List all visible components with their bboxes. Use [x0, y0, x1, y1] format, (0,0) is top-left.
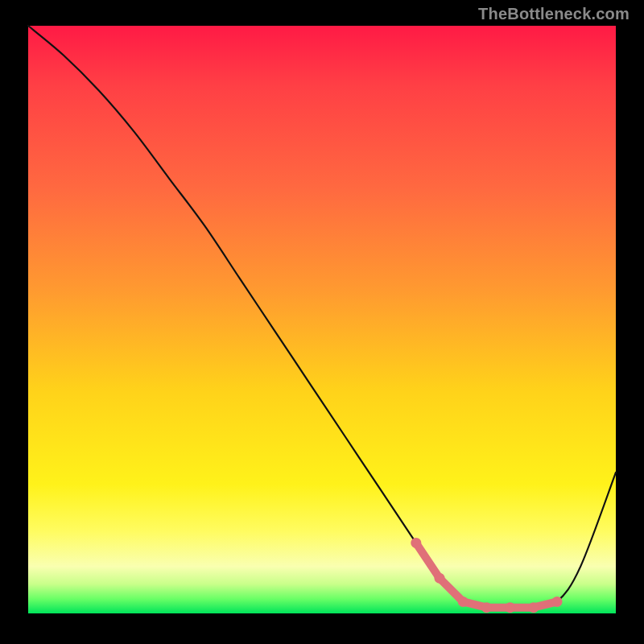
chart-area: [28, 26, 616, 613]
optimal-zone-dot: [505, 602, 515, 613]
chart-svg: [28, 26, 616, 613]
optimal-zone-dot: [552, 597, 563, 607]
watermark-text: TheBottleneck.com: [478, 5, 630, 23]
optimal-zone-dot: [411, 538, 421, 548]
optimal-zone-dot: [528, 602, 539, 613]
bottleneck-curve-line: [28, 26, 616, 608]
optimal-zone-dot: [435, 573, 445, 584]
optimal-zone-dot: [458, 597, 469, 607]
optimal-zone-dot: [481, 602, 492, 613]
